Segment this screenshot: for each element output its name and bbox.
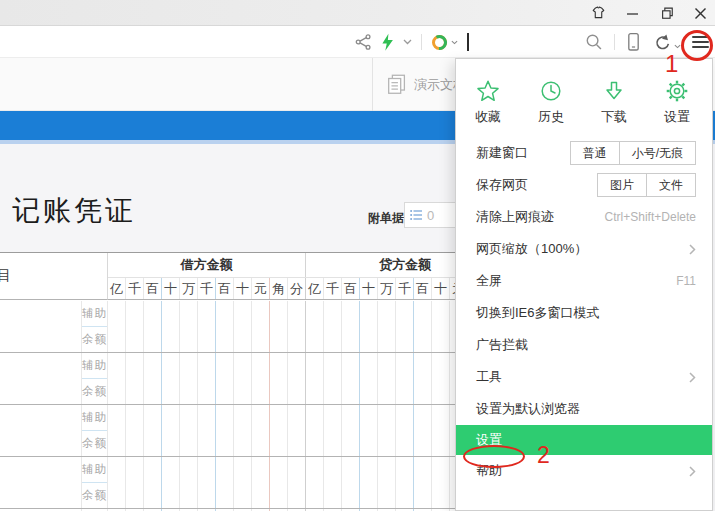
menu-item-page-zoom[interactable]: 网页缩放（100%） xyxy=(456,233,712,265)
extension-ring-icon xyxy=(431,34,448,51)
theme-skin-button[interactable] xyxy=(590,5,607,22)
minimize-button[interactable] xyxy=(624,5,641,22)
annotation-circle-settings-item xyxy=(463,445,525,468)
digit-header: 万 xyxy=(180,278,198,299)
menu-item-new-window[interactable]: 新建窗口 普通 小号/无痕 xyxy=(456,137,712,169)
account-cell[interactable] xyxy=(0,301,82,352)
amount-digit-cells[interactable] xyxy=(108,353,505,404)
table-row[interactable]: 辅助 余额 xyxy=(0,405,505,457)
table-row[interactable]: 辅助 余额 xyxy=(0,457,505,509)
downloads-button[interactable]: 下载 xyxy=(590,79,638,125)
annotation-step-2: 2 xyxy=(537,442,550,469)
lightning-icon xyxy=(381,33,394,52)
menu-item-tools[interactable]: 工具 xyxy=(456,361,712,393)
page-title: 记账凭证 xyxy=(12,192,136,230)
account-cell[interactable] xyxy=(0,405,82,456)
digit-column-headers: 亿 千 百 十 万 千 百 十 元 角 分 亿 千 百 十 万 千 百 十 元 … xyxy=(108,278,504,300)
digit-header: 万 xyxy=(378,278,396,299)
settings-quick-button[interactable]: 设置 xyxy=(653,79,701,125)
account-cell[interactable] xyxy=(0,457,82,508)
digit-header: 千 xyxy=(396,278,414,299)
menu-item-save-page[interactable]: 保存网页 图片 文件 xyxy=(456,169,712,201)
amount-digit-cells[interactable] xyxy=(108,457,505,508)
documents-icon xyxy=(385,72,409,97)
undo-icon xyxy=(652,33,672,52)
aux-label: 辅助 xyxy=(82,405,107,430)
digit-header: 十 xyxy=(432,278,450,299)
share-icon xyxy=(355,33,372,51)
share-button[interactable] xyxy=(355,33,372,51)
digit-header: 百 xyxy=(414,278,432,299)
account-column-header: 目 xyxy=(0,253,108,300)
title-bar xyxy=(0,0,715,26)
table-row[interactable]: 辅助 余额 xyxy=(0,353,505,405)
aux-label: 辅助 xyxy=(82,301,107,326)
settings-quick-label: 设置 xyxy=(664,108,690,125)
browser-window: 演示文档 记账凭证 附单据 0 目 借方金额 贷方金额 亿 千 百 十 万 千 … xyxy=(0,0,715,511)
search-button[interactable] xyxy=(585,33,603,51)
digit-header: 角 xyxy=(270,278,288,299)
mobile-sync-button[interactable] xyxy=(626,32,641,53)
balance-label: 余额 xyxy=(82,326,107,352)
minimize-icon xyxy=(626,7,639,20)
list-icon xyxy=(410,209,423,221)
chevron-right-icon xyxy=(689,466,696,477)
amount-digit-cells[interactable] xyxy=(108,405,505,456)
chevron-down-icon xyxy=(674,44,681,49)
clock-icon xyxy=(539,79,563,103)
close-button[interactable] xyxy=(692,5,709,22)
normal-window-button[interactable]: 普通 xyxy=(571,142,619,164)
acceleration-dropdown[interactable] xyxy=(403,39,412,45)
shortcut-text: Ctrl+Shift+Delete xyxy=(605,210,696,224)
digit-header: 分 xyxy=(288,278,306,299)
amount-digit-cells[interactable] xyxy=(108,301,505,352)
downloads-label: 下载 xyxy=(601,108,627,125)
attach-docs-label: 附单据 xyxy=(368,210,404,227)
aux-balance-cell: 辅助 余额 xyxy=(82,457,108,508)
digit-header: 亿 xyxy=(306,278,324,299)
digit-header: 百 xyxy=(216,278,234,299)
save-as-file-button[interactable]: 文件 xyxy=(646,174,695,196)
save-as-image-button[interactable]: 图片 xyxy=(598,174,646,196)
favorites-button[interactable]: 收藏 xyxy=(464,79,512,125)
digit-header: 百 xyxy=(144,278,162,299)
browser-toolbar xyxy=(0,26,715,58)
balance-label: 余额 xyxy=(82,378,107,404)
text-cursor xyxy=(467,33,469,51)
gear-icon xyxy=(665,79,689,103)
balance-label: 余额 xyxy=(82,430,107,456)
balance-label: 余额 xyxy=(82,482,107,508)
restore-button[interactable] xyxy=(658,5,675,22)
chevron-right-icon xyxy=(689,372,696,383)
star-icon xyxy=(476,79,500,103)
toolbar-separator xyxy=(614,34,615,50)
digit-header: 千 xyxy=(198,278,216,299)
menu-item-fullscreen[interactable]: 全屏 F11 xyxy=(456,265,712,297)
voucher-table: 目 借方金额 贷方金额 亿 千 百 十 万 千 百 十 元 角 分 亿 千 百 … xyxy=(0,252,505,511)
digit-header: 十 xyxy=(360,278,378,299)
window-controls xyxy=(590,0,709,26)
account-cell[interactable] xyxy=(0,353,82,404)
undo-close-button[interactable] xyxy=(652,33,681,52)
close-icon xyxy=(694,7,707,20)
digit-header: 千 xyxy=(324,278,342,299)
incognito-window-button[interactable]: 小号/无痕 xyxy=(619,142,695,164)
aux-balance-cell: 辅助 余额 xyxy=(82,353,108,404)
table-row[interactable]: 辅助 余额 xyxy=(0,301,505,353)
extension-button[interactable] xyxy=(431,34,458,51)
favorites-label: 收藏 xyxy=(475,108,501,125)
restore-icon xyxy=(660,6,674,20)
digit-header: 亿 xyxy=(108,278,126,299)
menu-item-ad-block[interactable]: 广告拦截 xyxy=(456,329,712,361)
aux-balance-cell: 辅助 余额 xyxy=(82,301,108,352)
aux-balance-cell: 辅助 余额 xyxy=(82,405,108,456)
menu-item-default-browser[interactable]: 设置为默认浏览器 xyxy=(456,393,712,425)
menu-items: 新建窗口 普通 小号/无痕 保存网页 图片 文件 清除上网痕迹 Ctrl+Shi… xyxy=(456,137,712,487)
menu-item-ie6-mode[interactable]: 切换到IE6多窗口模式 xyxy=(456,297,712,329)
acceleration-button[interactable] xyxy=(381,33,394,52)
shortcut-text: F11 xyxy=(676,274,696,288)
amount-group-headers: 借方金额 贷方金额 xyxy=(108,253,504,278)
download-icon xyxy=(602,79,626,103)
menu-item-clear-history[interactable]: 清除上网痕迹 Ctrl+Shift+Delete xyxy=(456,201,712,233)
history-button[interactable]: 历史 xyxy=(527,79,575,125)
